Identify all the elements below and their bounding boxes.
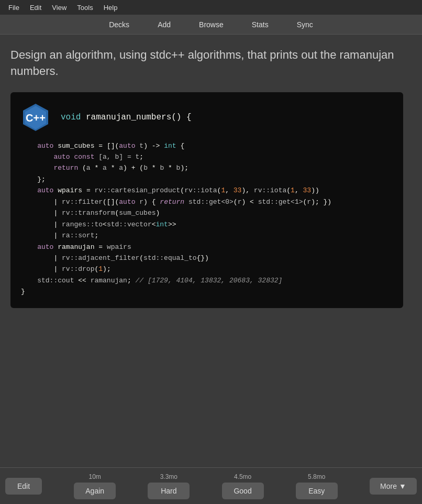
edit-group: Edit — [5, 468, 42, 505]
code-function-name: void ramanujan_numbers() { — [61, 113, 192, 122]
code-block: C++ void ramanujan_numbers() { auto sum_… — [10, 92, 403, 308]
toolbar: Decks Add Browse Stats Sync — [0, 15, 422, 35]
easy-group: 5.8mo Easy — [296, 473, 338, 499]
toolbar-sync[interactable]: Sync — [291, 18, 319, 31]
edit-button[interactable]: Edit — [5, 478, 42, 495]
toolbar-stats[interactable]: Stats — [246, 18, 275, 31]
code-body: auto sum_cubes = [](auto t) -> int { aut… — [21, 140, 393, 298]
menu-view[interactable]: View — [48, 3, 71, 13]
easy-time: 5.8mo — [308, 473, 325, 480]
hard-button[interactable]: Hard — [148, 483, 190, 499]
question-text: Design an algorithm, using stdc++ algori… — [10, 47, 412, 80]
good-time: 4.5mo — [234, 473, 251, 480]
easy-button[interactable]: Easy — [296, 483, 338, 499]
more-group: More ▼ — [370, 468, 417, 505]
more-button[interactable]: More ▼ — [370, 478, 417, 495]
toolbar-add[interactable]: Add — [151, 18, 177, 31]
menu-help[interactable]: Help — [99, 3, 122, 13]
menu-bar: File Edit View Tools Help — [0, 0, 422, 15]
hard-group: 3.3mo Hard — [148, 473, 190, 499]
toolbar-browse[interactable]: Browse — [193, 18, 230, 31]
again-time: 10m — [89, 473, 101, 480]
good-button[interactable]: Good — [222, 483, 264, 499]
good-group: 4.5mo Good — [222, 473, 264, 499]
main-content: Design an algorithm, using stdc++ algori… — [0, 35, 422, 467]
cpp-logo-icon: C++ — [21, 103, 50, 132]
again-button[interactable]: Again — [74, 483, 116, 499]
menu-edit[interactable]: Edit — [26, 3, 46, 13]
svg-text:C++: C++ — [26, 112, 46, 124]
menu-tools[interactable]: Tools — [73, 3, 97, 13]
menu-file[interactable]: File — [4, 3, 24, 13]
again-group: 10m Again — [74, 473, 116, 499]
code-header: C++ void ramanujan_numbers() { — [21, 103, 393, 132]
bottom-bar: Edit 10m Again 3.3mo Hard 4.5mo Good 5.8… — [0, 467, 422, 504]
hard-time: 3.3mo — [160, 473, 177, 480]
toolbar-decks[interactable]: Decks — [103, 18, 136, 31]
